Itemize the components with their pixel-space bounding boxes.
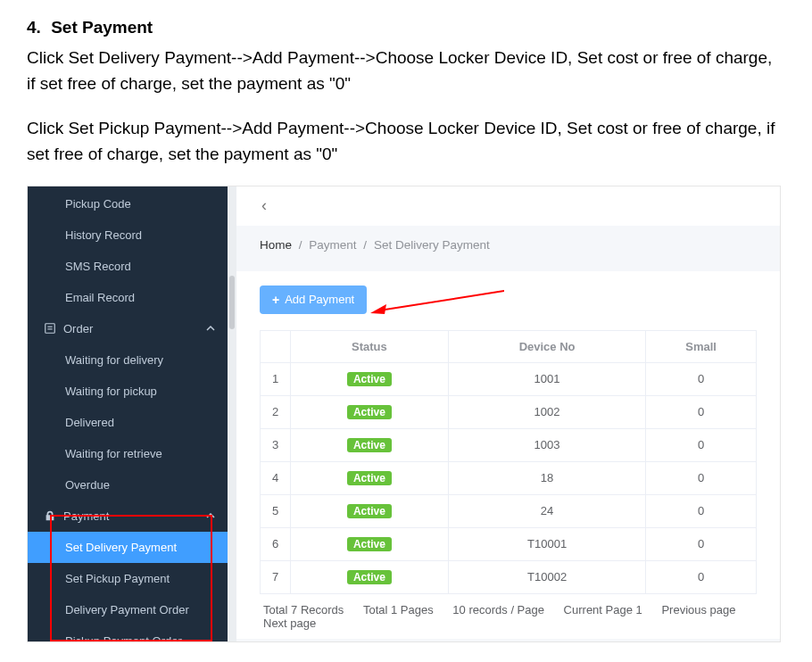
breadcrumb-home[interactable]: Home [260, 238, 292, 252]
cell-index: 1 [261, 362, 291, 395]
table-row[interactable]: 2Active10020 [261, 395, 757, 428]
breadcrumb-current: Set Delivery Payment [374, 238, 490, 252]
status-badge: Active [347, 471, 392, 485]
cell-small: 0 [646, 494, 757, 527]
svg-marker-4 [370, 304, 386, 314]
payment-table: Status Device No Small 1Active100102Acti… [260, 330, 757, 594]
collapse-sidebar-icon[interactable]: ‹ [261, 196, 267, 215]
content-panel: + Add Payment Status Device No Small 1Ac… [236, 271, 780, 639]
col-status: Status [291, 330, 449, 362]
cell-index: 2 [261, 395, 291, 428]
cell-small: 0 [646, 428, 757, 461]
cell-status: Active [291, 362, 449, 395]
pager-per-page[interactable]: 10 records / Page [452, 603, 544, 616]
status-badge: Active [347, 504, 392, 518]
pager-total-pages: Total 1 Pages [363, 603, 434, 616]
cell-status: Active [291, 560, 449, 593]
table-row[interactable]: 1Active10010 [261, 362, 757, 395]
sidebar-item-waiting-pickup[interactable]: Waiting for pickup [28, 376, 236, 407]
doc-paragraph-1: Click Set Delivery Payment-->Add Payment… [27, 45, 785, 97]
cell-status: Active [291, 527, 449, 560]
cell-status: Active [291, 428, 449, 461]
sidebar-item-set-pickup-payment[interactable]: Set Pickup Payment [28, 563, 236, 594]
pager-prev[interactable]: Previous page [661, 603, 735, 616]
topbar: ‹ [236, 186, 780, 226]
cell-small: 0 [646, 560, 757, 593]
sidebar-section-payment[interactable]: Payment [28, 501, 236, 532]
sidebar-item-pickup-payment-order[interactable]: Pickup Payment Order [28, 625, 236, 642]
cell-device-no: 24 [448, 494, 645, 527]
status-badge: Active [347, 570, 392, 584]
order-icon [44, 322, 56, 335]
annotation-arrow [370, 289, 504, 314]
cell-index: 4 [261, 461, 291, 494]
heading-number: 4. [27, 18, 41, 37]
table-row[interactable]: 7ActiveT100020 [261, 560, 757, 593]
cell-small: 0 [646, 395, 757, 428]
cell-status: Active [291, 395, 449, 428]
cell-small: 0 [646, 527, 757, 560]
sidebar-item-delivery-payment-order[interactable]: Delivery Payment Order [28, 594, 236, 625]
pager-next[interactable]: Next page [263, 616, 316, 630]
doc-paragraph-2: Click Set Pickup Payment-->Add Payment--… [27, 115, 785, 168]
add-payment-button[interactable]: + Add Payment [260, 285, 367, 314]
col-small: Small [646, 330, 757, 362]
table-row[interactable]: 5Active240 [261, 494, 757, 527]
sidebar-item-history-record[interactable]: History Record [28, 219, 236, 251]
chevron-up-icon [206, 322, 215, 335]
breadcrumb-sep: / [299, 238, 302, 252]
svg-rect-0 [46, 324, 55, 334]
table-header-row: Status Device No Small [261, 330, 757, 362]
heading-text: Set Payment [51, 18, 153, 37]
sidebar-section-order-label: Order [63, 322, 93, 335]
chevron-up-icon [206, 509, 215, 523]
sidebar-item-overdue[interactable]: Overdue [28, 469, 236, 501]
cell-status: Active [291, 461, 449, 494]
sidebar-item-pickup-code[interactable]: Pickup Code [28, 188, 236, 219]
sidebar-item-sms-record[interactable]: SMS Record [28, 251, 236, 282]
add-payment-label: Add Payment [285, 293, 354, 306]
pagination: Total 7 Records Total 1 Pages 10 records… [260, 594, 757, 630]
col-index [261, 330, 291, 362]
sidebar-item-waiting-retrieve[interactable]: Waiting for retrieve [28, 438, 236, 469]
cell-device-no: 1003 [448, 428, 645, 461]
cell-index: 5 [261, 494, 291, 527]
cell-device-no: 1002 [448, 395, 645, 428]
main-area: ‹ Home / Payment / Set Delivery Payment … [236, 186, 780, 641]
cell-small: 0 [646, 461, 757, 494]
cell-index: 6 [261, 527, 291, 560]
sidebar-scrollbar[interactable] [228, 186, 236, 641]
doc-heading: 4. Set Payment [27, 18, 785, 37]
pager-current: Current Page 1 [564, 603, 642, 616]
sidebar-item-set-delivery-payment[interactable]: Set Delivery Payment [28, 532, 236, 563]
table-row[interactable]: 4Active180 [261, 461, 757, 494]
cell-device-no: T10001 [448, 527, 645, 560]
breadcrumb-sep: / [363, 238, 367, 252]
scrollbar-thumb[interactable] [229, 276, 235, 329]
cell-status: Active [291, 494, 449, 527]
status-badge: Active [347, 405, 392, 419]
pager-total-records: Total 7 Records [263, 603, 344, 616]
cell-device-no: 1001 [448, 362, 645, 395]
cell-index: 7 [261, 560, 291, 593]
cell-device-no: 18 [448, 461, 645, 494]
sidebar-section-payment-label: Payment [63, 509, 109, 523]
payment-icon [44, 509, 56, 522]
sidebar-item-waiting-delivery[interactable]: Waiting for delivery [28, 344, 236, 376]
sidebar-section-order[interactable]: Order [28, 313, 236, 344]
sidebar-item-email-record[interactable]: Email Record [28, 282, 236, 313]
cell-index: 3 [261, 428, 291, 461]
breadcrumb-payment[interactable]: Payment [309, 238, 356, 252]
cell-device-no: T10002 [448, 560, 645, 593]
status-badge: Active [347, 438, 392, 452]
breadcrumb: Home / Payment / Set Delivery Payment [236, 226, 780, 261]
table-row[interactable]: 6ActiveT100010 [261, 527, 757, 560]
sidebar: Pickup Code History Record SMS Record Em… [28, 186, 236, 641]
svg-line-3 [379, 291, 504, 310]
table-row[interactable]: 3Active10030 [261, 428, 757, 461]
cell-small: 0 [646, 362, 757, 395]
sidebar-item-delivered[interactable]: Delivered [28, 407, 236, 438]
status-badge: Active [347, 372, 392, 386]
plus-icon: + [272, 293, 279, 307]
screenshot: Pickup Code History Record SMS Record Em… [27, 186, 781, 642]
